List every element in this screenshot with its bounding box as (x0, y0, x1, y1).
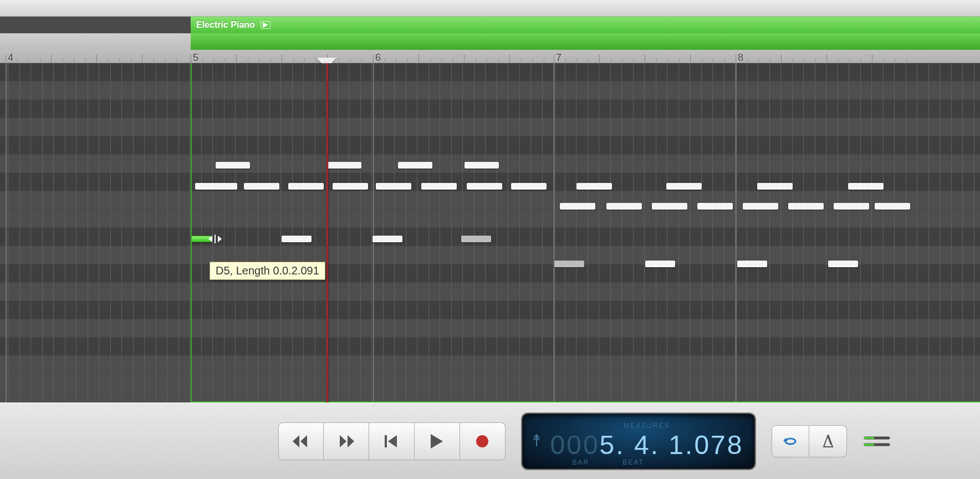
midi-note[interactable] (652, 203, 687, 210)
note-tooltip: D5, Length 0.0.2.091 (210, 262, 325, 280)
transport-controls (278, 422, 506, 460)
region-preview-icon[interactable] (261, 21, 270, 29)
svg-marker-4 (293, 435, 299, 447)
fast-forward-button[interactable] (324, 422, 369, 460)
midi-note[interactable] (461, 236, 491, 242)
midi-note[interactable] (288, 183, 324, 190)
master-level-meter (864, 436, 890, 446)
midi-note[interactable] (244, 183, 279, 190)
midi-note[interactable] (216, 162, 250, 169)
midi-note[interactable] (554, 261, 584, 267)
piano-roll-grid[interactable] (0, 63, 980, 402)
midi-note[interactable] (743, 203, 778, 210)
window-titlebar (0, 0, 980, 17)
midi-note-selected[interactable] (191, 236, 212, 242)
midi-note[interactable] (757, 183, 793, 190)
midi-note[interactable] (372, 236, 402, 242)
svg-marker-7 (348, 435, 354, 447)
lcd-display[interactable]: MEASURES 0005. 4. 1.078 bar beat (522, 414, 756, 469)
midi-note[interactable] (875, 203, 910, 210)
lcd-position[interactable]: 0005. 4. 1.078 (550, 430, 744, 460)
midi-note[interactable] (697, 203, 733, 210)
play-button[interactable] (415, 422, 460, 460)
bar-number: 4 (8, 52, 13, 64)
bar-number: 5 (193, 52, 198, 64)
bar-number: 6 (375, 52, 381, 64)
midi-note[interactable] (737, 261, 767, 267)
midi-note[interactable] (666, 183, 702, 190)
midi-note[interactable] (333, 183, 368, 190)
time-ruler[interactable]: 45678 (0, 33, 980, 63)
midi-note[interactable] (195, 183, 237, 190)
svg-marker-9 (388, 435, 397, 447)
playhead-line[interactable] (326, 63, 328, 402)
midi-note[interactable] (560, 203, 595, 210)
midi-note[interactable] (282, 236, 312, 242)
midi-note[interactable] (467, 183, 502, 190)
midi-note[interactable] (834, 203, 869, 210)
metronome-button[interactable] (809, 425, 847, 457)
lcd-beat-label: beat (622, 458, 644, 466)
midi-note[interactable] (376, 183, 411, 190)
svg-marker-5 (300, 435, 307, 447)
midi-note[interactable] (788, 203, 824, 210)
svg-point-11 (476, 435, 488, 447)
region-ruler-highlight (191, 33, 980, 50)
bar-number: 7 (556, 52, 562, 64)
midi-note[interactable] (606, 203, 642, 210)
piano-roll-editor[interactable]: Electric Piano 45678 D5, Length 0.0.2.09… (0, 17, 980, 402)
lcd-bar-label: bar (573, 458, 590, 466)
svg-marker-10 (431, 434, 443, 449)
bar-number: 8 (738, 52, 743, 64)
midi-note[interactable] (511, 183, 547, 190)
record-button[interactable] (460, 422, 506, 460)
midi-note[interactable] (848, 183, 884, 190)
midi-note[interactable] (465, 162, 499, 169)
region-header[interactable]: Electric Piano (191, 17, 980, 33)
midi-note[interactable] (576, 183, 612, 190)
midi-note[interactable] (421, 183, 457, 190)
region-name: Electric Piano (196, 20, 255, 30)
svg-marker-14 (824, 435, 833, 447)
midi-note[interactable] (398, 162, 432, 169)
rewind-button[interactable] (278, 422, 324, 460)
midi-note[interactable] (828, 261, 858, 267)
midi-note[interactable] (327, 162, 361, 169)
svg-rect-8 (385, 435, 387, 447)
go-to-start-button[interactable] (369, 422, 415, 460)
option-buttons (772, 425, 847, 457)
midi-note[interactable] (645, 261, 675, 267)
svg-marker-0 (263, 22, 268, 28)
lcd-mode-icon[interactable] (530, 432, 543, 451)
svg-marker-6 (340, 435, 346, 447)
lcd-mode-label: MEASURES (550, 422, 744, 430)
transport-bar: MEASURES 0005. 4. 1.078 bar beat (0, 402, 980, 479)
cycle-button[interactable] (772, 425, 809, 457)
